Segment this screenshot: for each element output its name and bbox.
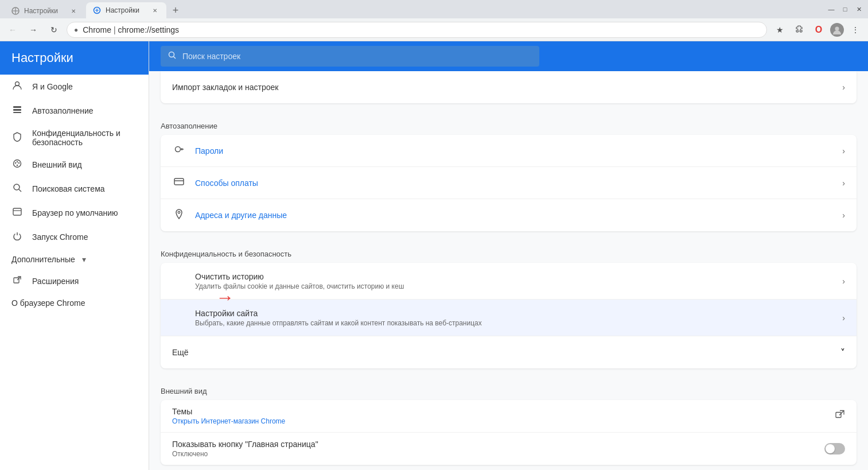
addresses-label: Адреса и другие данные xyxy=(195,211,833,220)
opera-icon[interactable]: O xyxy=(811,22,827,38)
content-area: → Поиск настроек Импорт закладок и настр… xyxy=(149,41,868,470)
sidebar-item-me-google[interactable]: Я и Google xyxy=(0,75,149,99)
sidebar-label-privacy: Конфиденциальность и безопасность xyxy=(32,129,137,147)
palette-icon xyxy=(11,158,23,171)
card-icon xyxy=(172,176,186,190)
payment-row[interactable]: Способы оплаты › xyxy=(161,167,857,199)
sidebar: Настройки Я и Google Автозаполнение Конф… xyxy=(0,41,149,470)
passwords-row[interactable]: Пароли › xyxy=(161,135,857,167)
homepage-row: Показывать кнопку "Главная страница" Отк… xyxy=(161,433,857,465)
more-row[interactable]: Ещё ˅ xyxy=(161,336,857,368)
sidebar-label-autofill: Автозаполнение xyxy=(32,106,137,115)
svg-rect-16 xyxy=(13,208,21,215)
address-bar[interactable]: ● Chrome | chrome://settings xyxy=(67,22,767,38)
homepage-content: Показывать кнопку "Главная страница" Отк… xyxy=(172,440,815,458)
import-card: Импорт закладок и настроек › xyxy=(161,71,857,103)
reload-button[interactable]: ↻ xyxy=(46,22,62,38)
sidebar-label-about: О браузере Chrome xyxy=(11,298,85,308)
arrow-indicator: → xyxy=(216,287,234,308)
address-text: Chrome | chrome://settings xyxy=(83,25,179,34)
list-icon xyxy=(11,104,23,117)
bookmark-icon[interactable]: ★ xyxy=(772,22,788,38)
sidebar-item-privacy[interactable]: Конфиденциальность и безопасность xyxy=(0,123,149,153)
addresses-row[interactable]: Адреса и другие данные › xyxy=(161,199,857,231)
site-settings-subtitle: Выбрать, какие данные отправлять сайтам … xyxy=(195,319,833,327)
tab-close-inactive[interactable]: ✕ xyxy=(69,6,78,15)
new-tab-button[interactable]: + xyxy=(168,2,184,18)
svg-point-22 xyxy=(176,147,181,152)
search-box[interactable]: Поиск настроек xyxy=(161,46,539,67)
sidebar-label-startup: Запуск Chrome xyxy=(32,232,137,242)
homepage-toggle[interactable] xyxy=(824,443,845,455)
tab-close-active[interactable]: ✕ xyxy=(150,6,159,15)
clear-history-subtitle: Удалить файлы cookie и данные сайтов, оч… xyxy=(195,282,833,290)
site-icon: ● xyxy=(74,26,78,34)
tab-strip: Настройки ✕ Настройки ✕ + xyxy=(5,0,184,18)
tab-label-inactive: Настройки xyxy=(24,7,58,15)
svg-rect-26 xyxy=(836,413,841,418)
extensions-icon[interactable] xyxy=(791,22,807,38)
sidebar-item-startup[interactable]: Запуск Chrome xyxy=(0,225,149,249)
sidebar-label-me-google: Я и Google xyxy=(32,82,137,91)
back-button[interactable]: ← xyxy=(5,22,21,38)
passwords-label: Пароли xyxy=(195,146,833,156)
clear-history-row[interactable]: Очистить историю Удалить файлы cookie и … xyxy=(161,263,857,300)
sidebar-item-search[interactable]: Поисковая система xyxy=(0,177,149,201)
svg-point-14 xyxy=(14,184,20,190)
forward-button[interactable]: → xyxy=(25,22,41,38)
svg-rect-7 xyxy=(13,109,21,111)
maximize-button[interactable]: □ xyxy=(840,5,850,14)
menu-icon[interactable]: ⋮ xyxy=(847,22,863,38)
svg-point-10 xyxy=(15,162,16,164)
svg-point-25 xyxy=(178,211,180,213)
addresses-chevron-icon: › xyxy=(842,211,845,220)
import-label: Импорт закладок и настроек xyxy=(172,83,833,92)
tab-inactive[interactable]: Настройки ✕ xyxy=(5,3,85,18)
site-settings-row[interactable]: Настройки сайта Выбрать, какие данные от… xyxy=(161,300,857,336)
svg-point-11 xyxy=(17,161,18,162)
chevron-down-icon: ▾ xyxy=(82,255,86,264)
sidebar-item-extensions[interactable]: Расширения xyxy=(0,270,149,293)
clear-history-chevron-icon: › xyxy=(842,277,845,286)
window-controls: — □ ✕ xyxy=(827,5,863,14)
titlebar: Настройки ✕ Настройки ✕ + — □ ✕ xyxy=(0,0,868,18)
passwords-chevron-icon: › xyxy=(842,146,845,156)
power-icon xyxy=(11,231,23,243)
avatar[interactable] xyxy=(830,23,844,37)
import-row[interactable]: Импорт закладок и настроек › xyxy=(161,71,857,103)
svg-point-9 xyxy=(14,160,21,168)
appearance-card: Темы Открыть Интернет-магазин Chrome Пок… xyxy=(161,400,857,465)
themes-subtitle: Открыть Интернет-магазин Chrome xyxy=(172,417,285,425)
clear-history-content: Очистить историю Удалить файлы cookie и … xyxy=(195,272,833,290)
homepage-title: Показывать кнопку "Главная страница" xyxy=(172,440,815,449)
svg-point-20 xyxy=(169,52,174,57)
sidebar-item-browser[interactable]: Браузер по умолчанию xyxy=(0,201,149,225)
main-layout: Настройки Я и Google Автозаполнение Конф… xyxy=(0,41,868,470)
clear-history-title: Очистить историю xyxy=(195,272,833,281)
svg-line-27 xyxy=(839,411,844,415)
svg-point-4 xyxy=(835,26,839,30)
sidebar-item-autofill[interactable]: Автозаполнение xyxy=(0,99,149,123)
sidebar-label-advanced: Дополнительные xyxy=(11,255,75,264)
browser-icon xyxy=(11,207,23,219)
svg-rect-23 xyxy=(174,178,184,185)
svg-rect-8 xyxy=(13,112,21,113)
close-button[interactable]: ✕ xyxy=(854,5,863,14)
search-input[interactable]: Поиск настроек xyxy=(182,52,240,61)
tab-label-active: Настройки xyxy=(106,6,139,14)
sidebar-title: Настройки xyxy=(0,41,149,75)
tab-favicon-active xyxy=(93,6,101,14)
themes-external-icon xyxy=(835,410,845,423)
minimize-button[interactable]: — xyxy=(827,5,836,14)
external-link-icon xyxy=(11,275,23,287)
sidebar-item-appearance[interactable]: Внешний вид xyxy=(0,153,149,177)
content-header: Поиск настроек xyxy=(149,41,868,71)
site-settings-content: Настройки сайта Выбрать, какие данные от… xyxy=(195,309,833,327)
sidebar-section-advanced[interactable]: Дополнительные ▾ xyxy=(0,249,149,270)
sidebar-item-about[interactable]: О браузере Chrome xyxy=(0,293,149,313)
site-url: chrome://settings xyxy=(118,25,179,34)
tab-active[interactable]: Настройки ✕ xyxy=(86,2,166,18)
themes-row[interactable]: Темы Открыть Интернет-магазин Chrome xyxy=(161,400,857,433)
svg-line-21 xyxy=(174,57,176,59)
svg-point-12 xyxy=(18,162,20,164)
